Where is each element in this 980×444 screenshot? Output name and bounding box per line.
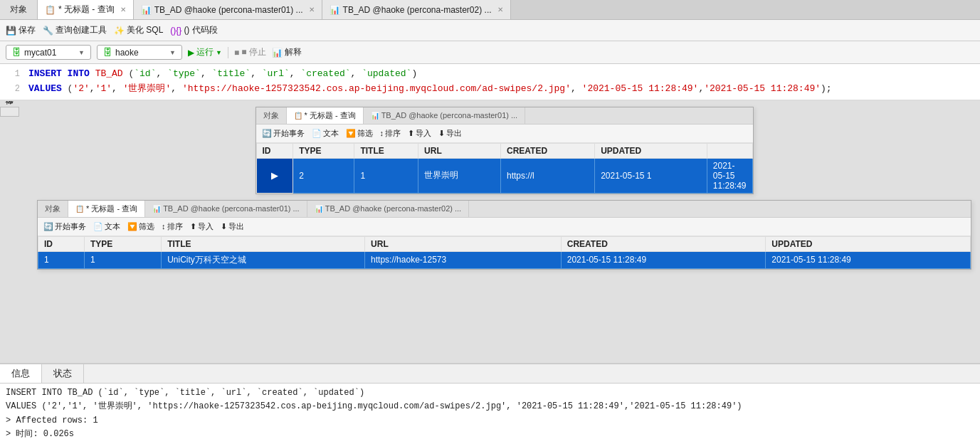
p2-col-type: TYPE — [84, 236, 161, 251]
p2-col-updated: UPDATED — [766, 236, 971, 251]
panel1-table-icon: 📊 — [371, 112, 379, 120]
table-row-2[interactable]: 1 1 UniCity万科天空之城 https://haoke-12573 20… — [38, 251, 971, 268]
panel2-tab-object[interactable]: 对象 — [38, 201, 68, 217]
col-header-type: TYPE — [293, 143, 354, 158]
sidebar-obj-tab[interactable]: 对象 — [0, 107, 19, 117]
result-panel-2: 对象 📋 * 无标题 - 查询 📊 TB_AD @haoke (percona-… — [37, 200, 971, 270]
import-icon-2: ⬆ — [190, 222, 196, 231]
panel2-table-icon-2: 📊 — [315, 205, 323, 213]
panel1-query-icon: 📋 — [294, 112, 302, 120]
export-icon: ⬇ — [438, 129, 445, 138]
table-icon-2: 📊 — [330, 5, 340, 15]
col-header-url: URL — [418, 143, 501, 158]
connection-bar: 🗄 mycat01 ▼ 🗄 haoke ▼ ▶ 运行 ▼ ■ ■ 停止 📊 解释 — [0, 41, 980, 64]
panel1-tab-object[interactable]: 对象 — [256, 107, 287, 124]
conn2-select[interactable]: 🗄 haoke ▼ — [97, 45, 182, 60]
panel1-tab-tb-ad[interactable]: 📊 TB_AD @haoke (percona-master01) ... — [364, 107, 526, 124]
panel2-tab-tb-ad-01[interactable]: 📊 TB_AD @haoke (percona-master01) ... — [145, 201, 307, 217]
panel2-table-icon-1: 📊 — [152, 205, 161, 213]
conn1-select[interactable]: 🗄 mycat01 ▼ — [6, 45, 91, 60]
p2-row-url: https://haoke-12573 — [365, 251, 562, 268]
p2-col-title: TITLE — [162, 236, 365, 251]
tab-tb-ad-master01[interactable]: 📊 TB_AD @haoke (percona-master01) ... ✕ — [134, 0, 322, 19]
sidebar-tab-object[interactable]: 对象 — [0, 0, 38, 19]
p2-row-type: 1 — [84, 251, 161, 268]
table-icon-1: 📊 — [141, 5, 152, 15]
panel1-toolbar: 🔄 开始事务 📄 文本 🔽 筛选 ↕ 排序 ⬆ 导入 — [256, 125, 753, 143]
sql-line-2: 2 VALUES ('2','1', '世界崇明', 'https://haok… — [0, 82, 980, 97]
explain-button[interactable]: 📊 解释 — [272, 46, 302, 58]
time-info: > 时间: 0.026s — [6, 428, 974, 441]
tab-close-icon[interactable]: ✕ — [120, 6, 126, 14]
explain-icon: 📊 — [272, 48, 283, 58]
sql-editor[interactable]: 1 INSERT INTO TB_AD (`id`, `type`, `titl… — [0, 64, 980, 101]
tab-close-icon-2[interactable]: ✕ — [309, 6, 315, 14]
query-build-icon: 🔧 — [43, 26, 53, 36]
panel2-tabbar: 对象 📋 * 无标题 - 查询 📊 TB_AD @haoke (percona-… — [38, 201, 971, 218]
col-header-updated: UPDATED — [595, 143, 707, 158]
tab-tb-ad-master02[interactable]: 📊 TB_AD @haoke (percona-master02) ... ✕ — [322, 0, 511, 19]
panel2-tab-query[interactable]: 📋 * 无标题 - 查询 — [68, 201, 145, 217]
col-header-extra — [707, 143, 752, 158]
beautify-button[interactable]: ✨ 美化 SQL — [114, 24, 163, 36]
save-button[interactable]: 💾 保存 — [6, 24, 36, 36]
begin-tx-icon: 🔄 — [262, 129, 272, 138]
panel2-export[interactable]: ⬇ 导出 — [221, 221, 244, 232]
text-icon-2: 📄 — [93, 222, 103, 231]
conn2-icon: 🗄 — [103, 47, 112, 58]
export-icon-2: ⬇ — [221, 222, 227, 231]
panel2-tab-tb-ad-02[interactable]: 📊 TB_AD @haoke (percona-master02) ... — [307, 201, 470, 217]
bottom-tab-info[interactable]: 信息 — [0, 364, 42, 383]
table-row[interactable]: ▶ 2 1 世界崇明 https://l 2021-05-15 1 2021-0… — [256, 158, 752, 193]
sql-line-1: 1 INSERT INTO TB_AD (`id`, `type`, `titl… — [0, 67, 980, 82]
panels-area: 对象 对象 📋 * 无标题 - 查询 📊 TB_AD @haoke (perco… — [0, 101, 980, 364]
code-icon: (){} — [170, 26, 181, 36]
filter-icon-2: 🔽 — [127, 222, 137, 231]
panel2-import[interactable]: ⬆ 导入 — [190, 221, 214, 232]
stop-button[interactable]: ■ ■ 停止 — [234, 46, 266, 58]
beautify-icon: ✨ — [114, 26, 125, 36]
filter-icon: 🔽 — [346, 129, 356, 138]
save-icon: 💾 — [6, 26, 16, 36]
panel2-begin-tx[interactable]: 🔄 开始事务 — [43, 221, 86, 232]
p2-col-url: URL — [365, 236, 562, 251]
panel2-filter[interactable]: 🔽 筛选 — [127, 221, 154, 232]
panel1-import[interactable]: ⬆ 导入 — [408, 128, 431, 139]
p2-col-created: CREATED — [561, 236, 766, 251]
bottom-tab-status[interactable]: 状态 — [42, 364, 84, 383]
panel2-text[interactable]: 📄 文本 — [93, 221, 120, 232]
sort-icon: ↕ — [380, 129, 384, 137]
chevron-down-icon: ▼ — [78, 49, 85, 56]
bottom-tabs: 信息 状态 — [0, 364, 980, 384]
code-segment-button[interactable]: (){} () 代码段 — [170, 24, 217, 36]
run-dropdown-icon: ▼ — [216, 49, 222, 56]
conn1-icon: 🗄 — [12, 47, 21, 58]
sort-icon-2: ↕ — [162, 222, 166, 231]
tab-close-icon-3[interactable]: ✕ — [497, 6, 503, 14]
log-line-2: VALUES ('2','1', '世界崇明', 'https://haoke-… — [6, 400, 974, 413]
panel1-data-table: ID TYPE TITLE URL CREATED UPDATED ▶ — [256, 143, 753, 194]
query-tab-icon: 📋 — [45, 5, 56, 15]
chevron-down-icon-2: ▼ — [169, 49, 176, 56]
panel1-text[interactable]: 📄 文本 — [312, 128, 339, 139]
col-header-title: TITLE — [354, 143, 418, 158]
panel2-sort[interactable]: ↕ 排序 — [162, 221, 183, 232]
tab-untitled-query[interactable]: 📋 * 无标题 - 查询 ✕ — [38, 0, 134, 19]
bottom-section: 信息 状态 INSERT INTO TB_AD (`id`, `type`, `… — [0, 363, 980, 444]
panel1-begin-tx[interactable]: 🔄 开始事务 — [262, 128, 305, 139]
main-toolbar: 💾 保存 🔧 查询创建工具 ✨ 美化 SQL (){} () 代码段 — [0, 20, 980, 41]
p2-row-title: UniCity万科天空之城 — [162, 251, 365, 268]
p2-row-id: 1 — [38, 251, 85, 268]
panel1-sort[interactable]: ↕ 排序 — [380, 128, 401, 139]
panel2-toolbar: 🔄 开始事务 📄 文本 🔽 筛选 ↕ 排序 ⬆ 导入 — [38, 218, 971, 236]
p2-row-updated: 2021-05-15 11:28:49 — [766, 251, 971, 268]
begin-tx-icon-2: 🔄 — [43, 222, 53, 231]
query-build-button[interactable]: 🔧 查询创建工具 — [43, 24, 107, 36]
col-header-id: ID — [256, 143, 293, 158]
panel1-tab-query[interactable]: 📋 * 无标题 - 查询 — [287, 107, 364, 124]
run-button[interactable]: ▶ 运行 ▼ — [188, 46, 222, 58]
p2-row-created: 2021-05-15 11:28:49 — [561, 251, 766, 268]
panel1-filter[interactable]: 🔽 筛选 — [346, 128, 373, 139]
panel1-export[interactable]: ⬇ 导出 — [438, 128, 462, 139]
panel1-tabbar: 对象 📋 * 无标题 - 查询 📊 TB_AD @haoke (percona-… — [256, 107, 753, 125]
